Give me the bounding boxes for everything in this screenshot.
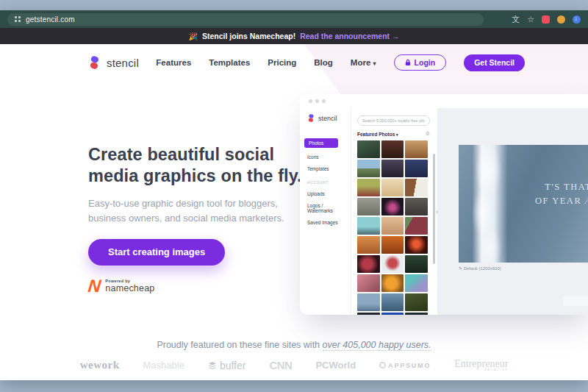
photo-panel: Featured Photos ▾ ⚙	[351, 108, 438, 315]
canvas-corner-button	[563, 296, 588, 306]
app-screenshot-window: stencil Photos Icons Templates ACCOUNT U…	[300, 94, 588, 315]
featured-statement: Proudly featured on these fine sites wit…	[0, 340, 588, 350]
party-popper-icon: 🎉	[188, 32, 197, 40]
photo-tile[interactable]	[381, 160, 404, 177]
photo-tile[interactable]	[405, 198, 428, 215]
cnn-logo: CNN	[269, 359, 292, 371]
photo-tile[interactable]	[405, 255, 428, 273]
photo-tile[interactable]	[405, 236, 428, 254]
featured-photos-dropdown[interactable]: Featured Photos ▾	[357, 132, 398, 137]
photo-tile[interactable]	[357, 274, 380, 292]
lock-icon	[405, 59, 411, 66]
namecheap-logo-icon: N	[87, 279, 101, 293]
site-header: stencil Features Templates Pricing Blog …	[88, 51, 525, 74]
site-info-icon[interactable]	[15, 16, 21, 22]
photo-tile[interactable]	[381, 274, 404, 292]
app-stencil-logo-icon	[307, 114, 315, 122]
photo-tile[interactable]	[357, 160, 380, 177]
photo-tile[interactable]	[405, 293, 428, 311]
nav-pricing[interactable]: Pricing	[268, 58, 296, 67]
hero-subtitle: Easy-to-use graphic design tool for blog…	[88, 196, 316, 226]
photo-tile[interactable]	[405, 274, 428, 292]
photo-tile[interactable]	[357, 236, 380, 254]
login-button[interactable]: Login	[394, 54, 447, 71]
address-bar[interactable]: getstencil.com	[7, 13, 484, 26]
happy-users-link[interactable]: over 405,000 happy users.	[323, 340, 431, 351]
hero-title: Create beautiful social media graphics o…	[88, 144, 316, 187]
nav-templates[interactable]: Templates	[209, 58, 250, 67]
nav-blog[interactable]: Blog	[314, 58, 333, 67]
photo-tile[interactable]	[381, 217, 404, 235]
nav-more[interactable]: More ▾	[351, 58, 376, 67]
app-stencil-logo[interactable]: stencil	[307, 114, 346, 122]
extension-icon-red[interactable]	[542, 15, 550, 24]
brand-name: stencil	[107, 57, 139, 69]
photo-tile[interactable]	[357, 217, 380, 235]
panel-scrollbar[interactable]	[433, 154, 435, 264]
entrepreneur-logo: Entrepreneur MAGAZINE	[454, 360, 508, 370]
photo-grid	[357, 140, 428, 315]
get-stencil-button[interactable]: Get Stencil	[464, 54, 525, 71]
photo-tile[interactable]	[405, 160, 428, 177]
photo-tile[interactable]	[357, 179, 380, 196]
bookmark-star-icon[interactable]: ☆	[527, 15, 534, 24]
photo-tile[interactable]	[381, 140, 404, 158]
photo-tile[interactable]	[381, 313, 404, 315]
browser-chrome: getstencil.com 文 ☆	[0, 10, 588, 28]
chevron-down-icon: ▾	[396, 132, 398, 137]
photo-tile[interactable]	[405, 217, 428, 235]
photo-tile[interactable]	[357, 198, 380, 215]
mashable-logo: Mashable	[143, 360, 184, 371]
app-sidebar-templates[interactable]: Templates	[307, 166, 346, 171]
namecheap-badge[interactable]: N Powered by namecheap	[88, 279, 316, 293]
app-sidebar-uploads[interactable]: Uploads	[307, 191, 346, 196]
main-nav: Features Templates Pricing Blog More ▾ L…	[156, 54, 525, 71]
nav-features[interactable]: Features	[156, 58, 191, 67]
photo-tile[interactable]	[357, 313, 380, 315]
press-logo-row: wework Mashable buffer CNN PCWorld APPSU…	[0, 359, 588, 371]
extension-icon-orange[interactable]	[557, 15, 565, 24]
pcworld-logo: PCWorld	[315, 360, 356, 371]
photo-search-input[interactable]	[357, 115, 430, 126]
stencil-logo[interactable]: stencil	[88, 56, 139, 69]
photo-tile[interactable]	[405, 313, 428, 315]
photo-tile[interactable]	[357, 255, 380, 273]
extension-icon-download[interactable]	[573, 15, 581, 24]
design-canvas-area: T'S THAT OF YEAR A ✎ Default (1200x600)	[438, 108, 588, 315]
browser-window: getstencil.com 文 ☆ 🎉 Stencil joins Namec…	[0, 10, 588, 380]
appsumo-icon	[379, 362, 386, 368]
page-content: 🎉 Stencil joins Namecheap! Read the anno…	[0, 28, 588, 380]
app-sidebar-icons[interactable]: Icons	[307, 154, 346, 160]
gear-icon[interactable]: ⚙	[426, 131, 430, 137]
hero-section: Create beautiful social media graphics o…	[88, 144, 316, 293]
photo-tile[interactable]	[405, 140, 428, 158]
announcement-link[interactable]: Read the announcement →	[300, 32, 399, 40]
photo-tile[interactable]	[381, 236, 404, 254]
buffer-logo: buffer	[208, 360, 246, 371]
photo-tile[interactable]	[381, 198, 404, 215]
start-creating-button[interactable]: Start creating images	[88, 239, 225, 266]
announcement-message: Stencil joins Namecheap!	[202, 32, 295, 40]
photo-tile[interactable]	[405, 179, 428, 196]
translate-icon[interactable]: 文	[512, 15, 520, 24]
photo-tile[interactable]	[357, 140, 380, 158]
announcement-banner[interactable]: 🎉 Stencil joins Namecheap! Read the anno…	[0, 28, 588, 44]
wework-logo: wework	[80, 359, 120, 371]
canvas-design-image[interactable]: T'S THAT OF YEAR A	[459, 145, 588, 263]
canvas-design-text: T'S THAT OF YEAR A	[535, 180, 588, 208]
buffer-layers-icon	[208, 361, 217, 370]
stencil-logo-icon	[88, 56, 101, 69]
photo-tile[interactable]	[381, 293, 404, 311]
window-dot	[309, 99, 312, 103]
window-dot	[315, 99, 319, 103]
panel-collapse-arrow[interactable]: ›	[436, 208, 438, 215]
app-sidebar-saved-images[interactable]: Saved Images	[307, 220, 346, 225]
photo-tile[interactable]	[381, 179, 404, 196]
canvas-size-label[interactable]: ✎ Default (1200x600)	[459, 266, 501, 271]
photo-tile[interactable]	[381, 255, 404, 273]
app-sidebar-section-label: ACCOUNT	[307, 180, 346, 185]
app-sidebar-photos[interactable]: Photos	[304, 138, 338, 148]
app-sidebar-logos-watermarks[interactable]: Logos / Watermarks	[307, 203, 346, 213]
photo-tile[interactable]	[357, 293, 380, 311]
app-sidebar: stencil Photos Icons Templates ACCOUNT U…	[300, 108, 351, 315]
